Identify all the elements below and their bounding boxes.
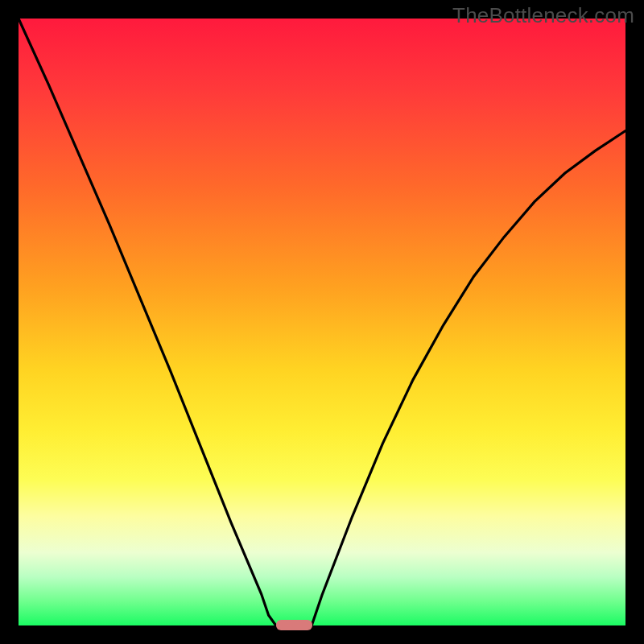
optimal-marker: [276, 620, 312, 630]
watermark-text: TheBottleneck.com: [452, 3, 634, 28]
bottleneck-curve: [19, 19, 625, 625]
plot-area: [19, 19, 625, 625]
chart-frame: TheBottleneck.com: [0, 0, 644, 644]
